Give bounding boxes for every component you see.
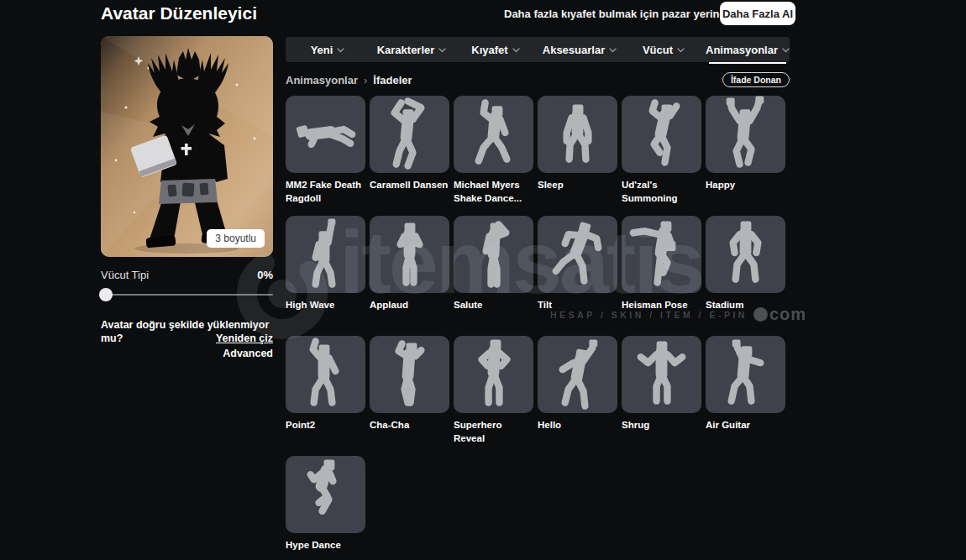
animation-tile-mm2[interactable] <box>286 96 365 173</box>
animation-label: Point2 <box>286 418 365 448</box>
animations-grid: MM2 Fake Death RagdollCaramell DansenMic… <box>286 96 790 560</box>
animation-label: Salute <box>454 298 533 328</box>
animation-label: High Wave <box>286 298 365 328</box>
michael-myers-shake-dance-silhouette-icon <box>454 96 533 173</box>
animation-label: Hype Dance <box>286 538 365 560</box>
animation-label: MM2 Fake Death Ragdoll <box>286 178 365 208</box>
animation-cell: Superhero Reveal <box>454 336 533 448</box>
animation-tile-hello[interactable] <box>538 336 617 413</box>
avatar-help-text-line2: mu? <box>101 332 123 345</box>
get-more-button[interactable]: Daha Fazla Al <box>720 2 795 25</box>
animation-cell: High Wave <box>286 216 365 328</box>
tab-label: Animasyonlar <box>706 44 778 56</box>
chevron-down-icon <box>337 48 344 53</box>
animation-cell: Happy <box>706 96 785 208</box>
tab-yeni[interactable]: Yeni <box>286 37 370 62</box>
animation-cell: Tilt <box>538 216 617 328</box>
superhero-reveal-silhouette-icon <box>454 336 533 413</box>
body-type-label: Vücut Tipi <box>101 269 149 281</box>
animation-tile-airguitar[interactable] <box>706 336 785 413</box>
animation-tile-caramell[interactable] <box>370 96 449 173</box>
tab-label: Yeni <box>311 44 333 56</box>
animation-label: Superhero Reveal <box>454 418 533 448</box>
body-type-slider[interactable] <box>101 288 273 301</box>
animation-tile-salute[interactable] <box>454 216 533 293</box>
tab-label: Vücut <box>643 44 673 56</box>
tab-animasyonlar[interactable]: Animasyonlar <box>706 37 790 62</box>
tab-vücut[interactable]: Vücut <box>622 37 706 62</box>
animation-tile-myers[interactable] <box>454 96 533 173</box>
sleep-silhouette-icon <box>538 96 617 173</box>
hello-silhouette-icon <box>538 336 617 413</box>
animation-tile-tilt[interactable] <box>538 216 617 293</box>
animation-tile-happy[interactable] <box>706 96 785 173</box>
avatar-help-text-line1: Avatar doğru şekilde yüklenmiyor <box>101 318 273 332</box>
animation-label: Applaud <box>370 298 449 328</box>
category-tabs: YeniKarakterlerKıyafetAksesuarlarVücutAn… <box>286 37 790 62</box>
animation-label: Cha-Cha <box>370 418 449 448</box>
heisman-pose-silhouette-icon <box>622 216 701 293</box>
animation-tile-shrug[interactable] <box>622 336 701 413</box>
avatar-preview-image <box>101 36 273 257</box>
animation-tile-highwave[interactable] <box>286 216 365 293</box>
animation-tile-point2[interactable] <box>286 336 365 413</box>
tab-label: Karakterler <box>377 44 435 56</box>
animation-cell: Hype Dance <box>286 456 365 560</box>
tab-label: Aksesuarlar <box>543 44 605 56</box>
animation-cell: Stadium <box>706 216 785 328</box>
animation-tile-heisman[interactable] <box>622 216 701 293</box>
animation-tile-sleep[interactable] <box>538 96 617 173</box>
animation-cell: Applaud <box>370 216 449 328</box>
chevron-down-icon <box>677 48 685 53</box>
animation-label: Heisman Pose <box>622 298 701 328</box>
animation-label: Ud'zal's Summoning <box>622 178 701 208</box>
happy-silhouette-icon <box>706 96 785 173</box>
slider-track[interactable] <box>101 294 273 296</box>
animation-tile-hype[interactable] <box>286 456 365 533</box>
avatar-3d-viewport[interactable]: 3 boyutlu <box>101 36 273 257</box>
air-guitar-silhouette-icon <box>706 336 785 413</box>
body-type-value: 0% <box>257 269 273 281</box>
chevron-down-icon <box>782 48 790 53</box>
animation-label: Hello <box>538 418 617 448</box>
tab-kıyafet[interactable]: Kıyafet <box>454 37 538 62</box>
chevron-down-icon <box>438 48 446 53</box>
advanced-link[interactable]: Advanced <box>101 347 273 360</box>
animation-tile-chacha[interactable] <box>370 336 449 413</box>
shrug-silhouette-icon <box>622 336 701 413</box>
catalog-panel: YeniKarakterlerKıyafetAksesuarlarVücutAn… <box>286 37 790 560</box>
equip-expression-button[interactable]: İfade Donan <box>722 72 790 87</box>
badge-3d: 3 boyutlu <box>207 229 265 248</box>
breadcrumb-separator: › <box>364 74 367 86</box>
breadcrumb-animations[interactable]: Animasyonlar <box>286 74 358 86</box>
caramell-dansen-silhouette-icon <box>370 96 449 173</box>
stadium-silhouette-icon <box>706 216 785 293</box>
mm2-fake-death-silhouette-icon <box>286 96 365 173</box>
animation-cell: Hello <box>538 336 617 448</box>
animation-label: Shrug <box>622 418 701 448</box>
animation-cell: Salute <box>454 216 533 328</box>
tab-karakterler[interactable]: Karakterler <box>370 37 454 62</box>
animation-tile-applaud[interactable] <box>370 216 449 293</box>
animation-cell: Caramell Dansen <box>370 96 449 208</box>
animation-label: Caramell Dansen <box>370 178 449 208</box>
slider-thumb[interactable] <box>99 288 113 301</box>
hype-dance-silhouette-icon <box>286 456 365 533</box>
breadcrumb-expressions: İfadeler <box>373 74 412 86</box>
avatar-editor-page: Avatar Düzenleyici Daha fazla kıyafet bu… <box>0 0 966 560</box>
animation-tile-superhero[interactable] <box>454 336 533 413</box>
avatar-panel: 3 boyutlu Vücut Tipi 0% Avatar doğru şek… <box>101 36 277 360</box>
animation-cell: Sleep <box>538 96 617 208</box>
animation-tile-udzal[interactable] <box>622 96 701 173</box>
animation-cell: Michael Myers Shake Dance... <box>454 96 533 208</box>
page-title: Avatar Düzenleyici <box>101 3 257 24</box>
animation-cell: Heisman Pose <box>622 216 701 328</box>
animation-label: Sleep <box>538 178 617 208</box>
high-wave-silhouette-icon <box>286 216 365 293</box>
tilt-silhouette-icon <box>538 216 617 293</box>
animation-tile-stadium[interactable] <box>706 216 785 293</box>
tab-aksesuarlar[interactable]: Aksesuarlar <box>538 37 622 62</box>
redraw-link[interactable]: Yeniden çiz <box>216 332 273 345</box>
animation-label: Michael Myers Shake Dance... <box>454 178 533 208</box>
animation-cell: MM2 Fake Death Ragdoll <box>286 96 365 208</box>
